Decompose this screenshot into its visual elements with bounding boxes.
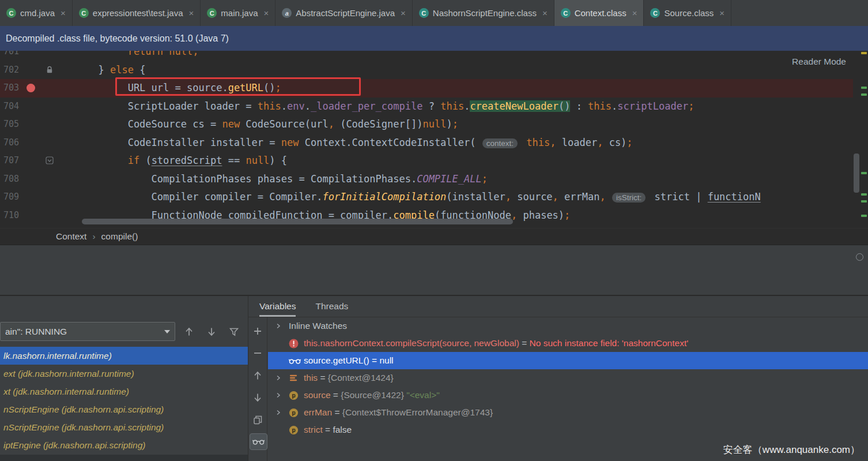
- variable-row[interactable]: this.nashornContext.compileScript(source…: [268, 335, 868, 352]
- line-number[interactable]: 707: [3, 152, 19, 170]
- tab-close-icon[interactable]: ×: [61, 8, 66, 18]
- fold-icon[interactable]: [45, 156, 54, 165]
- line-number[interactable]: 702: [3, 61, 19, 80]
- svg-text:p: p: [292, 392, 296, 399]
- move-watch-down-icon[interactable]: [252, 392, 263, 403]
- tool-window-options-icon[interactable]: [856, 253, 863, 261]
- code-text: if (storedScript == null) {: [86, 152, 287, 170]
- stack-frame-row[interactable]: nScriptEngine (jdk.nashorn.api.scripting…: [0, 418, 248, 436]
- watermark: 安全客（www.anquanke.com）: [723, 443, 860, 456]
- tab-label: Context.class: [575, 8, 627, 18]
- watches-group-row[interactable]: Inline Watches: [268, 317, 868, 335]
- stack-frame-row[interactable]: lk.nashorn.internal.runtime): [0, 347, 248, 365]
- chevron-right-icon[interactable]: [275, 392, 289, 399]
- tab-threads[interactable]: Threads: [315, 296, 348, 317]
- tab-label: expressiontest\test.java: [93, 8, 183, 18]
- remove-watch-icon[interactable]: [252, 347, 263, 359]
- frames-panel: ain": RUNNING lk.nashorn.internal.runtim…: [0, 295, 248, 461]
- annotation-red-box: [115, 77, 361, 96]
- variables-panel: VariablesThreads Inline Watchesthis.nash…: [248, 295, 868, 461]
- reader-mode-label[interactable]: Reader Mode: [792, 57, 846, 67]
- class-file-icon: C: [650, 8, 660, 18]
- breadcrumb-separator-icon: ›: [92, 231, 95, 242]
- tab-close-icon[interactable]: ×: [542, 8, 548, 18]
- show-watches-icon[interactable]: [250, 433, 267, 450]
- variable-name: this.nashornContext.compileScript(source…: [304, 338, 519, 348]
- editor-tab[interactable]: Ccmd.java×: [0, 0, 73, 26]
- variable-row[interactable]: psource = {Source@1422} "<eval>": [268, 387, 868, 404]
- breadcrumb-item-method[interactable]: compile(): [101, 231, 138, 242]
- variable-name: source.getURL(): [304, 355, 369, 366]
- duplicate-watch-icon[interactable]: [252, 414, 263, 426]
- stack-frame-row[interactable]: ext (jdk.nashorn.internal.runtime): [0, 365, 248, 383]
- editor-tab[interactable]: Cexpressiontest\test.java×: [73, 0, 201, 26]
- variable-row[interactable]: perrMan = {Context$ThrowErrorManager@174…: [268, 404, 868, 421]
- move-down-icon[interactable]: [206, 326, 217, 338]
- filter-icon[interactable]: [228, 326, 240, 338]
- editor-tab[interactable]: CNashornScriptEngine.class×: [413, 0, 554, 26]
- error-icon: [289, 339, 304, 348]
- chevron-right-icon[interactable]: [275, 374, 289, 381]
- banner-text: Decompiled .class file, bytecode version…: [6, 33, 229, 44]
- vertical-scrollbar[interactable]: [854, 153, 859, 193]
- lock-icon: [45, 65, 54, 74]
- chevron-right-icon[interactable]: [275, 409, 289, 416]
- line-number[interactable]: 701: [3, 51, 19, 61]
- editor-tab[interactable]: CSource.class×: [644, 0, 731, 26]
- tab-close-icon[interactable]: ×: [632, 8, 637, 18]
- variable-row[interactable]: this = {Context@1424}: [268, 369, 868, 387]
- variable-value: null: [379, 355, 393, 366]
- value-stack-icon: [289, 373, 304, 383]
- breadcrumb: Context › compile(): [0, 228, 868, 245]
- line-number[interactable]: 706: [3, 134, 19, 152]
- equals-sign: =: [323, 425, 333, 435]
- code-line: 707 if (storedScript == null) {: [0, 152, 868, 170]
- variable-row[interactable]: pstrict = false: [268, 421, 868, 438]
- variable-name: strict: [304, 425, 323, 435]
- editor-tab[interactable]: aAbstractScriptEngine.java×: [276, 0, 413, 26]
- line-number[interactable]: 710: [3, 207, 19, 225]
- frames-scrollbar[interactable]: [0, 455, 248, 461]
- variable-value: {Context$ThrowErrorManager@1743}: [342, 407, 493, 418]
- code-text: CodeInstaller installer = new Context.Co…: [86, 134, 633, 153]
- parameter-icon: p: [289, 391, 304, 400]
- code-line: 702 } else {: [0, 61, 868, 80]
- tab-close-icon[interactable]: ×: [189, 8, 194, 18]
- thread-selector-dropdown[interactable]: ain": RUNNING: [0, 322, 175, 341]
- code-line: 705 CodeSource cs = new CodeSource(url, …: [0, 115, 868, 134]
- add-watch-icon[interactable]: [252, 325, 263, 337]
- code-editor[interactable]: 701 return null;702 } else {703 URL url …: [0, 51, 868, 228]
- tab-close-icon[interactable]: ×: [401, 8, 406, 18]
- move-up-icon[interactable]: [183, 326, 195, 338]
- stack-frame-row[interactable]: iptEngine (jdk.nashorn.api.scripting): [0, 436, 248, 454]
- parameter-icon: p: [289, 425, 304, 435]
- line-number[interactable]: 703: [3, 79, 19, 98]
- tab-close-icon[interactable]: ×: [719, 8, 724, 18]
- code-text: Compiler compiler = Compiler.forInitialC…: [86, 188, 761, 207]
- breadcrumb-item-class[interactable]: Context: [56, 231, 86, 242]
- parameter-hint: isStrict:: [612, 193, 646, 203]
- line-number[interactable]: 709: [3, 188, 19, 207]
- java-class-icon: C: [6, 8, 16, 18]
- tab-variables[interactable]: Variables: [259, 296, 296, 317]
- breakpoint-icon[interactable]: [27, 84, 35, 92]
- editor-tab[interactable]: CContext.class×: [554, 0, 644, 26]
- tab-label: AbstractScriptEngine.java: [296, 8, 395, 18]
- variable-row[interactable]: source.getURL() = null: [268, 352, 868, 369]
- line-number[interactable]: 705: [3, 115, 19, 134]
- stack-frame-row[interactable]: xt (jdk.nashorn.internal.runtime): [0, 383, 248, 400]
- line-number[interactable]: 704: [3, 98, 19, 116]
- dropdown-caret-icon: [164, 330, 170, 333]
- horizontal-scrollbar[interactable]: [82, 219, 513, 224]
- move-watch-up-icon[interactable]: [252, 370, 263, 381]
- code-text: } else {: [86, 61, 145, 80]
- line-number[interactable]: 708: [3, 170, 19, 189]
- stripe-mark: [861, 215, 867, 217]
- code-line: 706 CodeInstaller installer = new Contex…: [0, 134, 868, 152]
- stack-frame-row[interactable]: nScriptEngine (jdk.nashorn.api.scripting…: [0, 400, 248, 418]
- editor-tab[interactable]: Cmain.java×: [201, 0, 276, 26]
- variable-value: {Source@1422}: [341, 390, 404, 400]
- variable-value: No such instance field: 'nashornContext': [530, 338, 689, 348]
- chevron-right-icon[interactable]: [275, 323, 289, 329]
- tab-close-icon[interactable]: ×: [264, 8, 269, 18]
